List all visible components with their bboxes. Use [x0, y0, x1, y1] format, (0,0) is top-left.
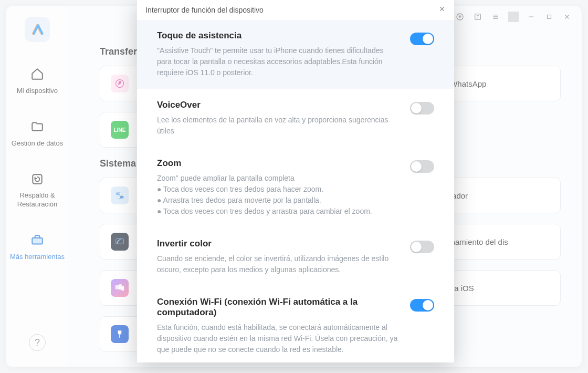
setting-desc: Lee los elementos de la pantalla en voz … — [157, 115, 400, 137]
device-function-modal: Interruptor de función del dispositivo T… — [137, 0, 454, 362]
toggle-wifi-connection[interactable] — [410, 299, 434, 312]
setting-desc: Zoom" puede ampliar la pantalla completa… — [157, 173, 400, 217]
setting-title: Zoom — [157, 158, 400, 169]
close-icon — [438, 5, 446, 13]
setting-desc: Esta función, cuando está habilitada, se… — [157, 322, 400, 355]
modal-body: Toque de asistencia "Assistive Touch" te… — [137, 20, 454, 362]
modal-header: Interruptor de función del dispositivo — [137, 0, 454, 20]
toggle-voiceover[interactable] — [410, 102, 434, 115]
toggle-zoom[interactable] — [410, 160, 434, 173]
setting-voiceover: VoiceOver Lee los elementos de la pantal… — [137, 89, 454, 147]
modal-overlay: Interruptor de función del dispositivo T… — [0, 0, 588, 373]
setting-assistive-touch: Toque de asistencia "Assistive Touch" te… — [137, 20, 454, 89]
toggle-invert-color[interactable] — [410, 241, 434, 253]
setting-wifi-connection: Conexión Wi-Fi (conexión Wi-Fi automátic… — [137, 286, 454, 362]
toggle-assistive-touch[interactable] — [410, 33, 434, 45]
modal-title: Interruptor de función del dispositivo — [145, 6, 264, 14]
setting-zoom: Zoom Zoom" puede ampliar la pantalla com… — [137, 147, 454, 227]
setting-title: Toque de asistencia — [157, 30, 400, 41]
setting-invert-color: Invertir color Cuando se enciende, el co… — [137, 227, 454, 286]
setting-title: VoiceOver — [157, 100, 400, 110]
setting-title: Conexión Wi-Fi (conexión Wi-Fi automátic… — [157, 297, 400, 318]
setting-desc: "Assistive Touch" te permite usar tu iPh… — [157, 45, 400, 78]
setting-title: Invertir color — [157, 239, 400, 249]
modal-close-button[interactable] — [438, 5, 446, 15]
setting-desc: Cuando se enciende, el color se invertir… — [157, 253, 400, 275]
